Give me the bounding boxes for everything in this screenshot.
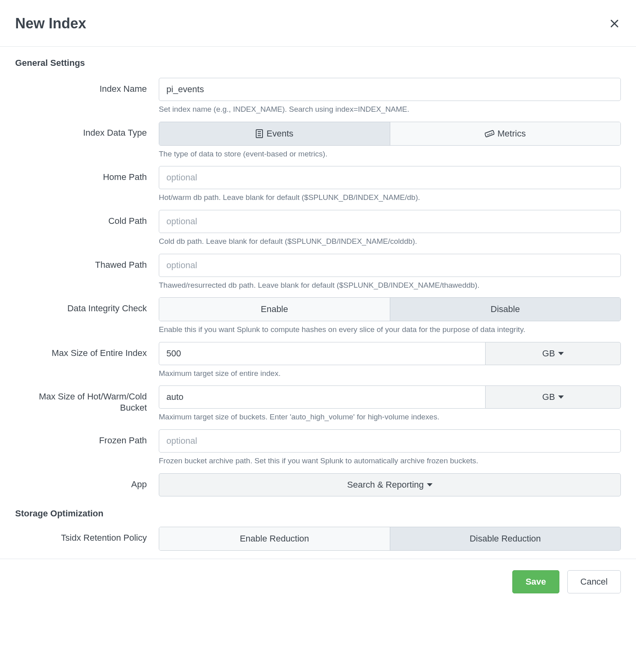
max-index-size-unit-dropdown[interactable]: GB [485, 342, 621, 365]
dialog-body: General Settings Index Name Set index na… [0, 47, 636, 559]
new-index-dialog: New Index General Settings Index Name Se… [0, 0, 636, 605]
help-max-index-size: Maximum target size of entire index. [159, 368, 621, 379]
dialog-header: New Index [0, 0, 636, 47]
integrity-disable[interactable]: Disable [390, 298, 621, 321]
section-general-settings: General Settings [15, 58, 621, 68]
row-max-index-size: Max Size of Entire Index GB Maximum targ… [15, 342, 621, 379]
max-index-size-unit-label: GB [542, 348, 555, 359]
help-home-path: Hot/warm db path. Leave blank for defaul… [159, 192, 621, 203]
cold-path-input[interactable] [159, 210, 621, 233]
row-frozen-path: Frozen Path Frozen bucket archive path. … [15, 429, 621, 466]
row-thawed-path: Thawed Path Thawed/resurrected db path. … [15, 254, 621, 291]
data-type-events-label: Events [267, 128, 293, 139]
section-storage-optimization: Storage Optimization [15, 508, 621, 519]
help-index-name: Set index name (e.g., INDEX_NAME). Searc… [159, 104, 621, 115]
row-home-path: Home Path Hot/warm db path. Leave blank … [15, 166, 621, 203]
help-integrity: Enable this if you want Splunk to comput… [159, 324, 621, 335]
svg-line-7 [491, 132, 493, 134]
label-max-index-size: Max Size of Entire Index [15, 342, 159, 359]
help-max-bucket-size: Maximum target size of buckets. Enter 'a… [159, 412, 621, 422]
tsidx-enable[interactable]: Enable Reduction [159, 527, 390, 550]
max-index-size-group: GB [159, 342, 621, 365]
cancel-button[interactable]: Cancel [567, 570, 621, 593]
data-type-events[interactable]: Events [159, 122, 390, 145]
max-bucket-size-unit-label: GB [542, 392, 555, 402]
row-data-type: Index Data Type Events Metrics [15, 122, 621, 159]
frozen-path-input[interactable] [159, 429, 621, 453]
label-data-type: Index Data Type [15, 122, 159, 138]
label-max-bucket-size: Max Size of Hot/Warm/Cold Bucket [15, 385, 159, 413]
max-bucket-size-input[interactable] [159, 385, 485, 409]
app-dropdown[interactable]: Search & Reporting [159, 473, 621, 496]
label-index-name: Index Name [15, 78, 159, 95]
metrics-icon [485, 130, 494, 138]
label-home-path: Home Path [15, 166, 159, 183]
svg-line-6 [489, 133, 491, 134]
max-bucket-size-unit-dropdown[interactable]: GB [485, 385, 621, 409]
row-tsidx: Tsidx Retention Policy Enable Reduction … [15, 527, 621, 551]
tsidx-disable-label: Disable Reduction [470, 534, 541, 544]
data-type-metrics-label: Metrics [498, 128, 526, 139]
dialog-footer: Save Cancel [0, 559, 636, 605]
close-button[interactable] [608, 17, 621, 30]
row-app: App Search & Reporting [15, 473, 621, 496]
help-thawed-path: Thawed/resurrected db path. Leave blank … [159, 280, 621, 291]
app-selected-label: Search & Reporting [347, 480, 424, 490]
max-index-size-input[interactable] [159, 342, 485, 365]
label-tsidx: Tsidx Retention Policy [15, 527, 159, 544]
home-path-input[interactable] [159, 166, 621, 189]
save-button-label: Save [525, 577, 546, 587]
thawed-path-input[interactable] [159, 254, 621, 277]
help-cold-path: Cold db path. Leave blank for default ($… [159, 236, 621, 247]
svg-line-5 [487, 134, 489, 135]
label-app: App [15, 473, 159, 490]
events-icon [255, 129, 263, 138]
svg-rect-4 [485, 130, 494, 137]
save-button[interactable]: Save [512, 570, 559, 593]
label-cold-path: Cold Path [15, 210, 159, 227]
index-name-input[interactable] [159, 78, 621, 101]
caret-down-icon [558, 395, 564, 399]
integrity-toggle: Enable Disable [159, 297, 621, 321]
row-max-bucket-size: Max Size of Hot/Warm/Cold Bucket GB Maxi… [15, 385, 621, 422]
help-frozen-path: Frozen bucket archive path. Set this if … [159, 456, 621, 466]
data-type-metrics[interactable]: Metrics [390, 122, 621, 145]
cancel-button-label: Cancel [581, 577, 608, 587]
row-integrity: Data Integrity Check Enable Disable Enab… [15, 297, 621, 335]
tsidx-enable-label: Enable Reduction [240, 534, 309, 544]
row-index-name: Index Name Set index name (e.g., INDEX_N… [15, 78, 621, 115]
row-cold-path: Cold Path Cold db path. Leave blank for … [15, 210, 621, 247]
label-frozen-path: Frozen Path [15, 429, 159, 446]
label-thawed-path: Thawed Path [15, 254, 159, 271]
data-type-toggle: Events Metrics [159, 122, 621, 146]
integrity-enable-label: Enable [261, 304, 288, 314]
integrity-disable-label: Disable [491, 304, 520, 314]
tsidx-disable[interactable]: Disable Reduction [390, 527, 621, 550]
integrity-enable[interactable]: Enable [159, 298, 390, 321]
dialog-title: New Index [15, 15, 86, 32]
help-data-type: The type of data to store (event-based o… [159, 149, 621, 159]
close-icon [610, 19, 619, 28]
tsidx-toggle: Enable Reduction Disable Reduction [159, 527, 621, 551]
caret-down-icon [558, 352, 564, 355]
caret-down-icon [427, 483, 433, 486]
max-bucket-size-group: GB [159, 385, 621, 409]
label-integrity: Data Integrity Check [15, 297, 159, 314]
